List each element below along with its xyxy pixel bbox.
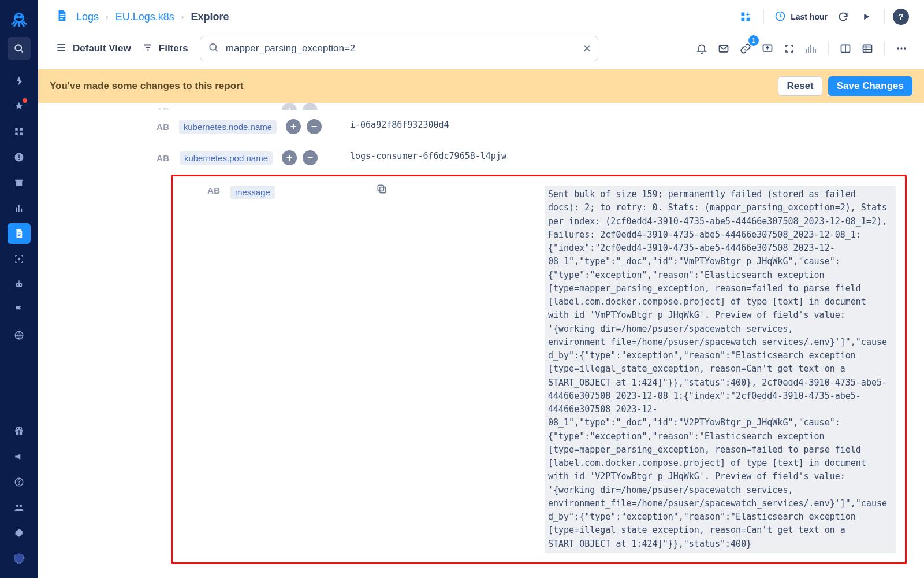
nav-apps-icon[interactable] bbox=[8, 121, 31, 142]
file-icon bbox=[55, 9, 68, 25]
nav-dashboards-icon[interactable] bbox=[8, 198, 31, 218]
refresh-button[interactable] bbox=[833, 7, 853, 27]
help-button[interactable]: ? bbox=[893, 9, 909, 25]
field-name-chip[interactable]: message bbox=[230, 186, 275, 199]
svg-rect-37 bbox=[60, 14, 64, 15]
field-row: ABkubernetes.pod.name+−logs-consumer-6f6… bbox=[38, 141, 924, 172]
time-range-label: Last hour bbox=[791, 12, 828, 21]
search-input[interactable] bbox=[200, 36, 598, 61]
separator bbox=[884, 9, 885, 24]
svg-point-19 bbox=[18, 258, 20, 260]
notifications-button[interactable] bbox=[692, 39, 711, 58]
svg-rect-40 bbox=[742, 13, 745, 16]
brand-logo-icon[interactable] bbox=[8, 8, 31, 31]
banner-text: You've made some changes to this report bbox=[50, 80, 243, 92]
field-name-chip[interactable]: kubernetes.pod.name bbox=[180, 151, 273, 165]
chevron-right-icon: › bbox=[106, 12, 109, 21]
view-label: Default View bbox=[73, 43, 131, 54]
nav-flag-icon[interactable] bbox=[8, 299, 31, 320]
split-view-button[interactable] bbox=[836, 39, 855, 58]
nav-help-icon[interactable] bbox=[8, 472, 31, 492]
breadcrumb-bar: Logs › EU.Logs.k8s › Explore Last hour ? bbox=[38, 0, 924, 34]
exclude-filter-button[interactable]: − bbox=[307, 119, 322, 134]
add-filter-button[interactable]: + bbox=[282, 150, 297, 165]
field-name-chip[interactable]: kubernetes.node.name bbox=[179, 120, 277, 134]
message-field-highlight: AB message Sent bulk of size 159; perman… bbox=[171, 175, 907, 564]
nav-gift-icon[interactable] bbox=[8, 421, 31, 442]
global-search-button[interactable] bbox=[8, 37, 31, 60]
field-row: ABkubernetes.node.name+−i-06a92f86f93230… bbox=[38, 110, 924, 141]
field-type-tag: AB bbox=[157, 153, 170, 163]
svg-rect-13 bbox=[16, 208, 17, 212]
breadcrumb-current: Explore bbox=[191, 11, 229, 23]
svg-point-31 bbox=[18, 484, 19, 484]
svg-rect-52 bbox=[380, 187, 386, 193]
svg-rect-41 bbox=[742, 18, 745, 21]
add-widget-button[interactable] bbox=[736, 7, 755, 27]
fullscreen-button[interactable] bbox=[780, 39, 799, 58]
table-view-button[interactable] bbox=[858, 39, 877, 58]
nav-settings-icon[interactable] bbox=[8, 523, 31, 543]
svg-rect-38 bbox=[60, 16, 64, 17]
unsaved-changes-banner: You've made some changes to this report … bbox=[38, 69, 924, 103]
nav-alerts-icon[interactable] bbox=[8, 147, 31, 168]
svg-rect-17 bbox=[18, 234, 21, 235]
separator bbox=[884, 41, 885, 56]
nav-logs-icon[interactable] bbox=[8, 223, 31, 244]
svg-rect-42 bbox=[747, 18, 750, 21]
svg-rect-6 bbox=[15, 133, 18, 136]
nav-favorites-icon[interactable] bbox=[8, 96, 31, 117]
svg-rect-11 bbox=[15, 180, 23, 181]
breadcrumb-dataset[interactable]: EU.Logs.k8s bbox=[116, 11, 174, 23]
nav-archive-icon[interactable] bbox=[8, 172, 31, 193]
exclude-filter-button[interactable]: − bbox=[303, 150, 318, 165]
field-row: ABx +− bbox=[38, 103, 924, 110]
svg-point-49 bbox=[897, 47, 899, 49]
svg-point-1 bbox=[17, 16, 18, 18]
svg-point-21 bbox=[17, 284, 18, 286]
filters-button[interactable]: Filters bbox=[143, 42, 188, 55]
more-button[interactable] bbox=[892, 39, 911, 58]
field-value[interactable]: i-06a92f86f932300d4 bbox=[350, 119, 924, 130]
time-range-picker[interactable]: Last hour bbox=[772, 10, 830, 24]
svg-rect-18 bbox=[18, 235, 20, 236]
svg-rect-15 bbox=[21, 209, 22, 212]
clock-icon bbox=[774, 10, 786, 24]
filters-label: Filters bbox=[159, 43, 188, 54]
copy-button[interactable] bbox=[376, 183, 388, 197]
filter-bar: Default View Filters ✕ 1 bbox=[38, 34, 924, 69]
svg-point-2 bbox=[20, 16, 22, 18]
nav-org-icon[interactable] bbox=[8, 548, 31, 569]
link-count-badge: 1 bbox=[748, 35, 759, 46]
nav-bot-icon[interactable] bbox=[8, 274, 31, 295]
svg-rect-12 bbox=[16, 181, 23, 186]
share-link-button[interactable]: 1 bbox=[736, 39, 755, 58]
add-filter-button[interactable]: + bbox=[286, 119, 301, 134]
inbox-button[interactable] bbox=[714, 39, 733, 58]
breadcrumb-root[interactable]: Logs bbox=[76, 11, 99, 23]
svg-rect-39 bbox=[60, 18, 63, 19]
svg-rect-5 bbox=[20, 128, 23, 131]
list-icon bbox=[55, 42, 67, 56]
svg-rect-14 bbox=[18, 205, 20, 212]
field-value[interactable]: logs-consumer-6f6dc79658-l4pjw bbox=[350, 150, 924, 161]
density-button[interactable] bbox=[802, 39, 821, 58]
nav-announce-icon[interactable] bbox=[8, 446, 31, 467]
svg-rect-4 bbox=[15, 128, 18, 131]
play-button[interactable] bbox=[856, 7, 876, 27]
separator bbox=[828, 41, 829, 56]
nav-scan-icon[interactable] bbox=[8, 249, 31, 269]
export-button[interactable] bbox=[758, 39, 777, 58]
field-value[interactable]: Sent bulk of size 159; permanently faile… bbox=[545, 186, 896, 553]
nav-quickstart-icon[interactable] bbox=[8, 71, 31, 91]
sidebar bbox=[0, 0, 38, 578]
clear-search-button[interactable]: ✕ bbox=[583, 42, 591, 55]
svg-point-29 bbox=[19, 427, 22, 430]
save-changes-button[interactable]: Save Changes bbox=[828, 76, 912, 96]
nav-globe-icon[interactable] bbox=[8, 325, 31, 346]
view-selector[interactable]: Default View bbox=[55, 42, 131, 56]
svg-rect-53 bbox=[378, 185, 383, 191]
svg-rect-16 bbox=[18, 232, 21, 233]
reset-button[interactable]: Reset bbox=[778, 76, 822, 96]
nav-team-icon[interactable] bbox=[8, 497, 31, 518]
